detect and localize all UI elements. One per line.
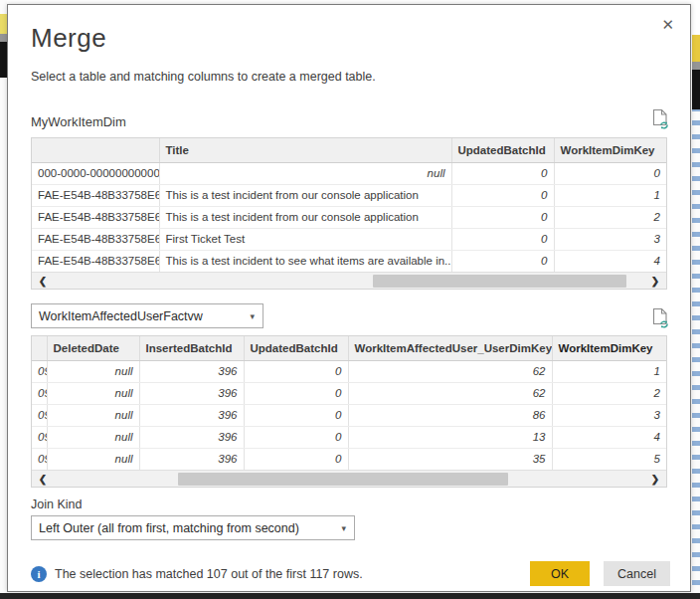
scroll-left-icon[interactable]: ❮ (32, 471, 54, 488)
column-header[interactable]: WorkItemDimKey (552, 336, 666, 360)
table-row: 09null3960134 (32, 426, 666, 448)
match-status-text: The selection has matched 107 out of the… (55, 567, 363, 581)
table-cell[interactable]: 3 (554, 228, 666, 250)
table-cell[interactable]: 396 (139, 382, 244, 404)
table-cell[interactable]: 0 (244, 426, 348, 448)
table-cell[interactable]: 0 (451, 162, 554, 184)
column-header[interactable]: Title (159, 138, 451, 162)
refresh-preview-icon-2[interactable] (652, 307, 670, 328)
column-header[interactable]: DeletedDate (47, 336, 139, 360)
table-cell[interactable]: This is a test incident to see what item… (159, 250, 451, 272)
table-cell[interactable]: null (47, 382, 139, 404)
table-row: FAE-E54B-48B33758E621This is a test inci… (32, 206, 666, 228)
second-table-select[interactable]: WorkItemAffectedUserFactvw ▾ (31, 303, 263, 328)
first-table-label: MyWorkItemDim (31, 114, 126, 129)
table-row: FAE-E54B-48B33758E621This is a test inci… (32, 184, 666, 206)
table-cell[interactable]: null (47, 404, 139, 426)
scroll-right-icon[interactable]: ❯ (644, 273, 666, 290)
backdrop-right-sliver (692, 0, 700, 599)
table-cell[interactable]: 62 (348, 360, 552, 382)
table-cell[interactable]: 5 (552, 448, 666, 470)
scroll-right-icon[interactable]: ❯ (644, 471, 666, 488)
scrollbar-thumb[interactable] (178, 473, 509, 486)
second-table-select-value: WorkItemAffectedUserFactvw (39, 309, 203, 323)
table-cell[interactable]: null (47, 448, 139, 470)
table-cell[interactable]: 000-0000-000000000000 (32, 162, 159, 184)
join-kind-select-value: Left Outer (all from first, matching fro… (39, 521, 299, 535)
table-cell[interactable]: First Ticket Test (159, 228, 451, 250)
second-table-grid: DeletedDateInsertedBatchIdUpdatedBatchId… (31, 335, 667, 488)
column-header[interactable]: WorkItemAffectedUser_UserDimKey (348, 336, 552, 360)
table-row: 000-0000-000000000000null00 (32, 162, 666, 184)
table-cell[interactable]: 2 (554, 206, 666, 228)
table-cell[interactable]: 396 (139, 404, 244, 426)
table-cell[interactable]: 396 (139, 448, 244, 470)
scrollbar-thumb[interactable] (373, 275, 626, 288)
table-cell[interactable]: FAE-E54B-48B33758E621 (32, 206, 159, 228)
table-row: FAE-E54B-48B33758E621This is a test inci… (32, 250, 666, 272)
dialog-subtitle: Select a table and matching columns to c… (31, 70, 670, 84)
table-cell[interactable]: 4 (552, 426, 666, 448)
join-kind-select[interactable]: Left Outer (all from first, matching fro… (31, 515, 355, 540)
table-cell[interactable]: 0 (451, 250, 554, 272)
cancel-button[interactable]: Cancel (604, 561, 670, 586)
column-header[interactable]: InsertedBatchId (139, 336, 244, 360)
merge-dialog: ✕ Merge Select a table and matching colu… (7, 4, 691, 592)
chevron-down-icon: ▾ (341, 523, 346, 533)
table-cell[interactable]: 09 (32, 382, 47, 404)
table-cell[interactable]: 0 (244, 404, 348, 426)
table-cell[interactable]: FAE-E54B-48B33758E621 (32, 228, 159, 250)
ok-button[interactable]: OK (530, 561, 590, 586)
table-cell[interactable]: 09 (32, 426, 47, 448)
column-header[interactable] (32, 138, 159, 162)
table-cell[interactable]: This is a test incident from our console… (159, 206, 451, 228)
table-cell[interactable]: 2 (552, 382, 666, 404)
table-cell[interactable]: 0 (554, 162, 666, 184)
table-cell[interactable]: 4 (554, 250, 666, 272)
table-cell[interactable]: null (47, 426, 139, 448)
table-cell[interactable]: FAE-E54B-48B33758E621 (32, 184, 159, 206)
table-cell[interactable]: 86 (348, 404, 552, 426)
table-cell[interactable]: 35 (348, 448, 552, 470)
table-cell[interactable]: 09 (32, 448, 47, 470)
table-cell[interactable]: 1 (552, 360, 666, 382)
refresh-preview-icon[interactable] (652, 108, 670, 129)
table-cell[interactable]: 13 (348, 426, 552, 448)
first-table-hscrollbar[interactable]: ❮ ❯ (32, 272, 666, 289)
table-cell[interactable]: 09 (32, 404, 47, 426)
scrollbar-track[interactable] (54, 273, 644, 289)
table-cell[interactable]: This is a test incident from our console… (159, 184, 451, 206)
first-table-grid: TitleUpdatedBatchIdWorkItemDimKey000-000… (31, 137, 667, 290)
table-row: 09null3960621 (32, 360, 666, 382)
column-header[interactable]: UpdatedBatchId (244, 336, 348, 360)
table-cell[interactable]: 396 (139, 360, 244, 382)
table-cell[interactable]: 3 (552, 404, 666, 426)
close-icon[interactable]: ✕ (657, 15, 678, 34)
table-cell[interactable]: 0 (244, 360, 348, 382)
table-cell[interactable]: null (47, 360, 139, 382)
column-header[interactable]: UpdatedBatchId (451, 138, 554, 162)
chevron-down-icon: ▾ (250, 311, 255, 321)
table-cell[interactable]: 1 (554, 184, 666, 206)
scrollbar-track[interactable] (54, 471, 644, 487)
info-icon: i (31, 566, 47, 582)
table-cell[interactable]: 0 (244, 448, 348, 470)
table-cell[interactable]: 62 (348, 382, 552, 404)
second-table-hscrollbar[interactable]: ❮ ❯ (32, 470, 666, 487)
table-cell[interactable]: 396 (139, 426, 244, 448)
table-cell[interactable]: null (159, 162, 451, 184)
backdrop-left-sliver (0, 0, 7, 599)
table-row: 09null3960863 (32, 404, 666, 426)
column-header[interactable]: WorkItemDimKey (554, 138, 666, 162)
table-cell[interactable]: 0 (451, 206, 554, 228)
table-cell[interactable]: FAE-E54B-48B33758E621 (32, 250, 159, 272)
table-cell[interactable]: 09 (32, 360, 47, 382)
table-cell[interactable]: 0 (244, 382, 348, 404)
scroll-left-icon[interactable]: ❮ (32, 273, 54, 290)
table-cell[interactable]: 0 (451, 228, 554, 250)
dialog-title: Merge (31, 23, 670, 54)
table-row: FAE-E54B-48B33758E621First Ticket Test03 (32, 228, 666, 250)
column-header[interactable] (32, 336, 47, 360)
table-row: 09null3960622 (32, 382, 666, 404)
table-cell[interactable]: 0 (451, 184, 554, 206)
